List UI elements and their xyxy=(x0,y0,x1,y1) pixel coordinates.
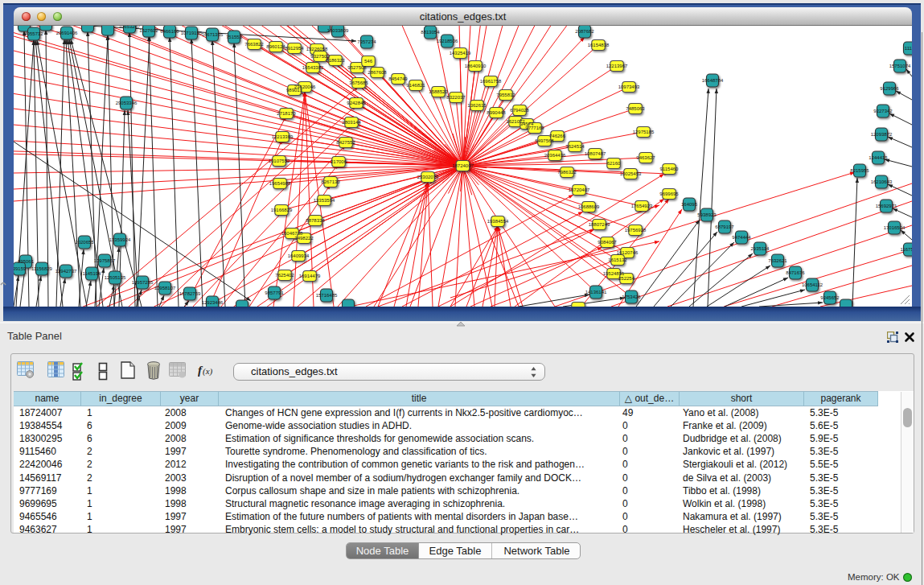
svg-text:8471676: 8471676 xyxy=(786,270,805,275)
svg-text:5938923: 5938923 xyxy=(697,212,717,217)
svg-text:10719155: 10719155 xyxy=(181,31,203,35)
svg-text:12505135: 12505135 xyxy=(105,275,126,280)
svg-text:751552: 751552 xyxy=(226,35,243,39)
svg-text:1753426: 1753426 xyxy=(622,295,641,299)
svg-text:29053346: 29053346 xyxy=(116,101,138,105)
svg-text:17654923: 17654923 xyxy=(631,204,653,208)
svg-text:19756928: 19756928 xyxy=(625,228,647,233)
svg-text:14136141: 14136141 xyxy=(585,290,607,295)
svg-text:164095: 164095 xyxy=(681,202,698,207)
svg-text:9084067: 9084067 xyxy=(598,240,617,245)
svg-text:746266: 746266 xyxy=(549,134,566,138)
svg-text:10807487: 10807487 xyxy=(585,151,606,156)
svg-text:9857791: 9857791 xyxy=(265,290,284,295)
svg-text:9777169: 9777169 xyxy=(525,126,544,130)
svg-text:3498222: 3498222 xyxy=(294,236,314,241)
svg-text:1362615: 1362615 xyxy=(467,103,487,108)
svg-text:2718170: 2718170 xyxy=(277,111,296,116)
svg-text:17957255: 17957255 xyxy=(132,280,154,285)
svg-text:8912954: 8912954 xyxy=(285,46,304,51)
svg-text:1145194: 1145194 xyxy=(83,271,102,276)
svg-text:17359924: 17359924 xyxy=(109,237,131,242)
svg-text:13353594: 13353594 xyxy=(314,198,335,203)
svg-text:15720407: 15720407 xyxy=(569,187,590,192)
svg-text:2935114: 2935114 xyxy=(751,246,770,251)
svg-text:14325419: 14325419 xyxy=(450,51,471,56)
svg-text:3624514: 3624514 xyxy=(565,144,585,149)
svg-text:20364436: 20364436 xyxy=(544,153,566,158)
svg-text:10688609: 10688609 xyxy=(578,204,600,209)
svg-text:9146821: 9146821 xyxy=(406,83,425,88)
svg-text:23302075: 23302075 xyxy=(417,175,439,179)
svg-text:12942737: 12942737 xyxy=(55,269,77,274)
svg-text:6879197: 6879197 xyxy=(715,225,734,229)
svg-text:16120746: 16120746 xyxy=(617,250,639,255)
svg-text:11156829: 11156829 xyxy=(31,266,52,271)
svg-text:217006: 217006 xyxy=(331,159,347,164)
svg-text:19654988: 19654988 xyxy=(269,181,291,186)
svg-text:7986322: 7986322 xyxy=(557,170,577,175)
svg-text:1112: 1112 xyxy=(905,46,912,51)
svg-text:15692971: 15692971 xyxy=(876,204,897,208)
svg-text:252254: 252254 xyxy=(618,276,635,281)
svg-text:1527602: 1527602 xyxy=(139,28,158,33)
svg-text:19218506: 19218506 xyxy=(437,39,458,43)
svg-text:16154838: 16154838 xyxy=(588,43,610,47)
svg-text:2020655: 2020655 xyxy=(75,240,94,245)
svg-text:9463627: 9463627 xyxy=(636,155,655,160)
svg-text:9527508: 9527508 xyxy=(347,65,367,70)
svg-text:7955812: 7955812 xyxy=(496,93,515,97)
svg-text:9245652: 9245652 xyxy=(820,295,840,300)
svg-text:18724007: 18724007 xyxy=(452,163,474,168)
svg-text:835061: 835061 xyxy=(18,259,35,264)
svg-text:12213389: 12213389 xyxy=(272,134,294,139)
svg-text:16543382: 16543382 xyxy=(302,65,324,70)
svg-text:16671355: 16671355 xyxy=(202,32,224,37)
svg-text:8990448: 8990448 xyxy=(487,110,506,115)
svg-text:546: 546 xyxy=(364,59,373,64)
svg-text:9129966: 9129966 xyxy=(880,86,899,91)
svg-text:9115460: 9115460 xyxy=(660,167,680,171)
svg-text:3675685: 3675685 xyxy=(349,80,368,85)
svg-text:12093872: 12093872 xyxy=(871,132,893,137)
svg-text:10975857: 10975857 xyxy=(94,258,116,263)
svg-text:2867608: 2867608 xyxy=(368,70,387,75)
svg-text:8186323: 8186323 xyxy=(326,58,345,63)
svg-text:16961758: 16961758 xyxy=(480,79,502,84)
svg-text:16033809: 16033809 xyxy=(327,28,349,33)
svg-text:8878334: 8878334 xyxy=(306,218,325,223)
svg-text:8454749: 8454749 xyxy=(388,76,408,81)
svg-text:17016504: 17016504 xyxy=(884,225,906,230)
svg-text:18807249: 18807249 xyxy=(589,222,610,227)
svg-text:10653267: 10653267 xyxy=(119,26,141,29)
svg-text:15716485: 15716485 xyxy=(316,293,338,298)
svg-text:9242845: 9242845 xyxy=(347,101,366,105)
svg-text:62160: 62160 xyxy=(607,161,621,166)
svg-text:19166829: 19166829 xyxy=(271,208,293,212)
svg-text:4055712: 4055712 xyxy=(24,31,43,36)
svg-text:12213967: 12213967 xyxy=(606,64,628,68)
svg-text:8813054: 8813054 xyxy=(421,30,440,35)
svg-text:39159: 39159 xyxy=(14,266,27,271)
svg-text:1167533: 1167533 xyxy=(901,247,912,252)
svg-text:12923446: 12923446 xyxy=(202,300,224,305)
svg-text:989013: 989013 xyxy=(286,88,303,93)
svg-text:1615132: 1615132 xyxy=(608,257,627,262)
svg-text:7632621: 7632621 xyxy=(768,258,787,263)
svg-text:10958107: 10958107 xyxy=(154,286,176,290)
svg-text:16782759: 16782759 xyxy=(179,291,201,296)
svg-text:8322037: 8322037 xyxy=(446,95,466,100)
svg-text:8215955: 8215955 xyxy=(850,168,869,173)
svg-text:10107552: 10107552 xyxy=(269,159,290,163)
svg-text:1244415: 1244415 xyxy=(869,155,888,160)
svg-text:19384554: 19384554 xyxy=(487,219,509,224)
svg-text:6466160: 6466160 xyxy=(160,29,179,34)
svg-text:10973493: 10973493 xyxy=(618,84,640,89)
svg-text:13226058: 13226058 xyxy=(306,47,328,51)
svg-text:16210643: 16210643 xyxy=(871,179,893,184)
svg-text:2087682: 2087682 xyxy=(575,29,594,34)
svg-text:10025453: 10025453 xyxy=(620,171,642,176)
svg-text:15751074: 15751074 xyxy=(889,64,911,68)
svg-text:7357274: 7357274 xyxy=(357,39,376,44)
svg-text:10654112: 10654112 xyxy=(802,282,823,287)
